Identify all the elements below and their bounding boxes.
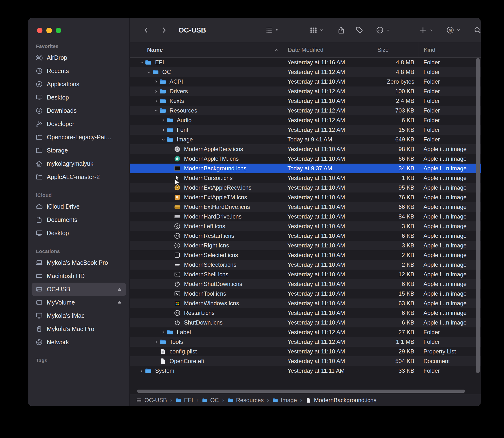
file-row-modernbackground-icns[interactable]: ModernBackground.icnsToday at 9:37 AM34 … xyxy=(130,164,481,173)
file-row-audio[interactable]: AudioYesterday at 11:12 AM6 KBFolder xyxy=(130,115,481,125)
disclosure-closed-icon[interactable] xyxy=(153,339,159,345)
sidebar-item-icloud-drive[interactable]: iCloud Drive xyxy=(32,200,126,213)
new-item-button[interactable] xyxy=(419,26,434,34)
file-row-efi[interactable]: EFIYesterday at 11:16 AM4.8 MBFolder xyxy=(130,58,481,67)
account-button[interactable]: M xyxy=(446,26,461,34)
zoom-button[interactable] xyxy=(56,28,61,33)
sidebar-item-network[interactable]: Network xyxy=(32,336,126,349)
vertical-scrollbar[interactable] xyxy=(476,58,480,383)
path-item-efi[interactable]: EFI xyxy=(176,397,193,404)
file-row-modernleft-icns[interactable]: ModernLeft.icnsYesterday at 11:10 AM3 KB… xyxy=(130,221,481,231)
sidebar-item-applealc-master-2[interactable]: AppleALC-master-2 xyxy=(32,170,126,184)
file-row-modernextharddrive-icns[interactable]: ModernExtHardDrive.icnsYesterday at 11:1… xyxy=(130,202,481,212)
path-item-resources[interactable]: Resources xyxy=(228,397,264,404)
file-row-oc[interactable]: OCYesterday at 11:12 AM4.8 MBFolder xyxy=(130,67,481,77)
sidebar-item-mykola-s-macbook-pro[interactable]: Mykola’s MacBook Pro xyxy=(32,256,126,269)
file-row-modernapplerecv-icns[interactable]: ModernAppleRecv.icnsYesterday at 11:10 A… xyxy=(130,144,481,154)
disclosure-closed-icon[interactable] xyxy=(138,368,145,374)
sidebar-item-downloads[interactable]: Downloads xyxy=(32,104,126,117)
disclosure-closed-icon[interactable] xyxy=(160,127,166,133)
sidebar-item-recents[interactable]: Recents xyxy=(32,64,126,77)
sidebar-item-opencore-legacy-pat[interactable]: Opencore-Legacy-Pat… xyxy=(32,131,126,144)
chevron-up-down-icon xyxy=(275,28,279,33)
tags-button[interactable] xyxy=(355,26,364,34)
sidebar-item-storage[interactable]: Storage xyxy=(32,144,126,157)
horizontal-scrollbar[interactable] xyxy=(130,388,481,394)
disclosure-open-icon[interactable] xyxy=(160,137,166,142)
file-row-shutdown-icns[interactable]: ShutDown.icnsYesterday at 11:10 AM6 KBAp… xyxy=(130,318,481,328)
file-row-system[interactable]: SystemYesterday at 11:11 AM33 KBFolder xyxy=(130,366,481,376)
file-row-drivers[interactable]: DriversYesterday at 11:12 AM100 KBFolder xyxy=(130,87,481,96)
view-mode-button[interactable] xyxy=(265,26,279,34)
file-row-tools[interactable]: ToolsYesterday at 11:12 AM1.1 MBFolder xyxy=(130,337,481,347)
file-row-moderncursor-icns[interactable]: ModernCursor.icnsYesterday at 11:10 AM1 … xyxy=(130,173,481,183)
disclosure-open-icon[interactable] xyxy=(146,69,152,75)
path-item-image[interactable]: Image xyxy=(272,397,297,404)
file-row-modernextappletm-icns[interactable]: ModernExtAppleTM.icnsYesterday at 11:10 … xyxy=(130,193,481,202)
file-row-modernshell-icns[interactable]: ModernShell.icnsYesterday at 11:10 AM12 … xyxy=(130,270,481,279)
close-button[interactable] xyxy=(37,28,42,33)
sidebar-item-macintosh-hd[interactable]: Macintosh HD xyxy=(32,269,126,283)
sidebar-item-developer[interactable]: Developer xyxy=(32,117,126,131)
file-row-modernwindows-icns[interactable]: ModernWindows.icnsYesterday at 11:10 AM6… xyxy=(130,298,481,308)
sidebar-item-desktop[interactable]: Desktop xyxy=(32,91,126,104)
sidebar-item-applications[interactable]: Applications xyxy=(32,77,126,91)
path-item-oc-usb[interactable]: OC-USB xyxy=(136,397,167,404)
file-row-modernselector-icns[interactable]: ModernSelector.icnsYesterday at 11:10 AM… xyxy=(130,260,481,270)
file-size: 6 KB xyxy=(372,281,418,287)
group-by-button[interactable] xyxy=(309,26,324,34)
sidebar-item-documents[interactable]: Documents xyxy=(32,213,126,227)
file-row-label[interactable]: LabelYesterday at 11:12 AM27 KBFolder xyxy=(130,328,481,337)
file-row-resources[interactable]: ResourcesYesterday at 11:12 AM703 KBFold… xyxy=(130,106,481,115)
column-header-date-modified[interactable]: Date Modified xyxy=(282,42,372,57)
disclosure-closed-icon[interactable] xyxy=(153,79,159,85)
file-row-kexts[interactable]: KextsYesterday at 11:10 AM2.4 MBFolder xyxy=(130,96,481,106)
disclosure-closed-icon[interactable] xyxy=(160,329,166,335)
eject-icon[interactable] xyxy=(116,299,123,306)
folder-blue-icon xyxy=(166,328,174,336)
sidebar-item-airdrop[interactable]: AirDrop xyxy=(32,51,126,64)
sidebar-item-mykola-s-mac-pro[interactable]: Mykola’s Mac Pro xyxy=(32,322,126,336)
path-item-modernbackground-icns[interactable]: ModernBackground.icns xyxy=(306,397,377,404)
sidebar-item-desktop[interactable]: Desktop xyxy=(32,227,126,240)
horizontal-scrollbar-thumb[interactable] xyxy=(137,390,465,393)
file-row-opencore-efi[interactable]: OpenCore.efiYesterday at 11:10 AM504 KBD… xyxy=(130,356,481,366)
path-item-oc[interactable]: OC xyxy=(202,397,219,404)
disclosure-closed-icon[interactable] xyxy=(153,98,159,104)
file-row-modernshutdown-icns[interactable]: ModernShutDown.icnsYesterday at 11:10 AM… xyxy=(130,279,481,289)
disclosure-open-icon[interactable] xyxy=(153,108,159,113)
sidebar-item-mykolagrymalyuk[interactable]: mykolagrymalyuk xyxy=(32,157,126,170)
column-header-kind[interactable]: Kind xyxy=(418,42,481,57)
sidebar-item-oc-usb[interactable]: OC-USB xyxy=(32,283,126,296)
vertical-scrollbar-thumb[interactable] xyxy=(476,58,480,373)
disclosure-open-icon[interactable] xyxy=(138,59,145,65)
file-name: Font xyxy=(177,126,188,133)
eject-icon[interactable] xyxy=(116,286,123,293)
column-header-name-label: Name xyxy=(147,46,163,53)
disclosure-closed-icon[interactable] xyxy=(153,88,159,94)
file-row-modernappletm-icns[interactable]: ModernAppleTM.icnsYesterday at 11:10 AM6… xyxy=(130,154,481,164)
minimize-button[interactable] xyxy=(46,28,52,33)
back-button[interactable] xyxy=(142,26,150,34)
sidebar-item-myvolume[interactable]: MyVolume xyxy=(32,296,126,309)
file-row-modernright-icns[interactable]: ModernRight.icnsYesterday at 11:10 AM3 K… xyxy=(130,241,481,250)
search-button[interactable] xyxy=(473,26,481,34)
file-row-image[interactable]: ImageToday at 9:41 AM649 KBFolder xyxy=(130,135,481,144)
file-kind: Apple i...n image xyxy=(418,223,481,230)
forward-button[interactable] xyxy=(160,26,168,34)
file-row-acpi[interactable]: ACPIYesterday at 11:10 AMZero bytesFolde… xyxy=(130,77,481,87)
file-row-config-plist[interactable]: config.plistYesterday at 11:10 AM29 KBPr… xyxy=(130,347,481,356)
sidebar-item-mykola-s-imac[interactable]: Mykola’s iMac xyxy=(32,309,126,322)
file-row-modernextapplerecv-icns[interactable]: ModernExtAppleRecv.icnsYesterday at 11:1… xyxy=(130,183,481,193)
disclosure-closed-icon[interactable] xyxy=(160,117,166,123)
column-header-name[interactable]: Name xyxy=(130,42,282,57)
share-button[interactable] xyxy=(337,26,345,34)
column-header-size[interactable]: Size xyxy=(372,42,418,57)
file-row-modernrestart-icns[interactable]: ModernRestart.icnsYesterday at 11:10 AM6… xyxy=(130,231,481,241)
file-row-modernselected-icns[interactable]: ModernSelected.icnsYesterday at 11:10 AM… xyxy=(130,250,481,260)
file-row-restart-icns[interactable]: Restart.icnsYesterday at 11:10 AM6 KBApp… xyxy=(130,308,481,318)
more-actions-button[interactable] xyxy=(376,26,390,34)
file-row-font[interactable]: FontYesterday at 11:12 AM15 KBFolder xyxy=(130,125,481,135)
file-row-moderntool-icns[interactable]: ModernTool.icnsYesterday at 11:10 AM15 K… xyxy=(130,289,481,298)
file-row-modernharddrive-icns[interactable]: ModernHardDrive.icnsYesterday at 11:10 A… xyxy=(130,212,481,221)
